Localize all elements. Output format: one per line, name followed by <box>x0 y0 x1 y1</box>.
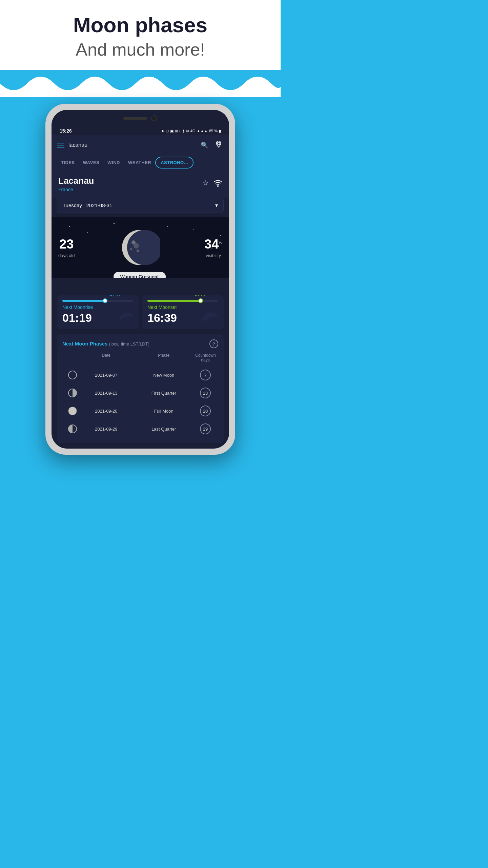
moonset-card: 01:13 Next Moonset 16:39 <box>142 295 224 329</box>
tab-wind[interactable]: WIND <box>103 155 124 170</box>
svg-point-6 <box>137 250 139 252</box>
location-country: France <box>58 187 94 192</box>
wifi-status-icon: ⊚ <box>186 129 189 133</box>
moon-content: 23 days old <box>58 227 222 268</box>
moonset-progress: 01:13 <box>147 300 218 302</box>
phases-header: Next Moon Phases (local time LST/LDT) ? <box>62 339 218 348</box>
phone-camera <box>151 115 157 121</box>
svg-point-1 <box>218 185 218 186</box>
nav-tabs: TIDES WAVES WIND WEATHER ASTRONO... <box>52 155 229 170</box>
tab-tides[interactable]: TIDES <box>57 155 79 170</box>
location-info: Lacanau France <box>58 176 94 192</box>
location-header: Lacanau France ☆ <box>52 170 229 198</box>
search-icon[interactable]: 🔍 <box>199 140 209 150</box>
hamburger-menu-icon[interactable] <box>57 143 64 147</box>
phone-speaker <box>123 117 147 120</box>
moonrise-progress: 09:53 <box>62 300 133 302</box>
first-quarter-icon <box>65 388 80 398</box>
phone-container: 15:26 ➤ ⊟ ▣ ⊞ • ⚷ ⊚ 4G ▲▲▲ 85 % ▮ <box>45 104 235 455</box>
last-quarter-date: 2021-09-29 <box>80 427 133 432</box>
svg-point-9 <box>68 371 77 379</box>
full-moon-name: Full Moon <box>133 409 195 414</box>
hamburger-line-3 <box>57 147 64 147</box>
new-moon-name: New Moon <box>133 373 195 378</box>
new-moon-date: 2021-09-07 <box>80 373 133 378</box>
last-quarter-countdown: 29 <box>195 423 216 434</box>
phase-row-new-moon: 2021-09-07 New Moon 7 <box>62 366 218 384</box>
last-quarter-badge: 29 <box>200 423 211 434</box>
phases-title: Next Moon Phases <box>62 341 107 347</box>
first-quarter-badge: 13 <box>200 388 211 398</box>
moonset-moon-icon <box>200 308 220 326</box>
location-pin-icon[interactable] <box>214 139 224 151</box>
page-header: Moon phases And much more! <box>0 0 281 70</box>
date-picker[interactable]: Tuesday 2021-08-31 ▾ <box>57 198 224 213</box>
location-name: Lacanau <box>58 176 94 186</box>
full-moon-countdown: 20 <box>195 406 216 416</box>
battery-icon: ▮ <box>219 129 221 133</box>
first-quarter-name: First Quarter <box>133 391 195 396</box>
moonrise-card: 09:53 Next Moonrise 01:19 <box>57 295 139 329</box>
wave-divider <box>0 70 281 97</box>
phase-row-first-quarter: 2021-09-13 First Quarter 13 <box>62 384 218 402</box>
photo-status-icon: ⊞ <box>175 129 178 133</box>
tab-waves[interactable]: WAVES <box>79 155 104 170</box>
favorite-star-icon[interactable]: ☆ <box>202 179 209 190</box>
tab-weather[interactable]: WEATHER <box>124 155 155 170</box>
col-phase-header: Phase <box>133 353 195 362</box>
app-header: 🔍 <box>52 135 229 155</box>
new-moon-badge: 7 <box>200 370 211 380</box>
svg-point-11 <box>68 407 77 415</box>
first-quarter-date: 2021-09-13 <box>80 391 133 396</box>
svg-point-7 <box>130 248 132 250</box>
col-icon-header <box>65 353 80 362</box>
chevron-down-icon: ▾ <box>215 202 218 209</box>
svg-point-8 <box>134 243 139 249</box>
message-status-icon: ⊟ <box>166 129 169 133</box>
rise-set-row: 09:53 Next Moonrise 01:19 01:13 <box>52 295 229 329</box>
last-quarter-icon <box>65 424 80 434</box>
phone-camera-dot <box>152 116 155 119</box>
moon-days-old-value: 23 <box>58 237 75 252</box>
moonrise-marker <box>103 298 107 303</box>
phone-camera-area <box>123 115 157 121</box>
phone-inner: 15:26 ➤ ⊟ ▣ ⊞ • ⚷ ⊚ 4G ▲▲▲ 85 % ▮ <box>52 110 229 449</box>
signal-status-icon: ▣ <box>170 129 174 133</box>
last-quarter-name: Last Quarter <box>133 427 195 432</box>
broadcast-icon[interactable] <box>214 179 222 190</box>
phases-subtitle: (local time LST/LDT) <box>109 341 149 347</box>
4g-status-icon: 4G <box>190 129 196 133</box>
location-actions: ☆ <box>202 179 222 190</box>
moonrise-moon-icon <box>115 308 135 326</box>
full-moon-icon <box>65 406 80 416</box>
battery-text: 85 % <box>209 129 218 133</box>
tab-astronomy[interactable]: ASTRONO... <box>155 157 194 169</box>
moon-visibility-stat: 34% visibility <box>204 237 222 258</box>
moonset-marker <box>198 298 203 303</box>
status-bar: 15:26 ➤ ⊟ ▣ ⊞ • ⚷ ⊚ 4G ▲▲▲ 85 % ▮ <box>52 127 229 135</box>
full-moon-date: 2021-09-20 <box>80 409 133 414</box>
first-quarter-countdown: 13 <box>195 388 216 398</box>
moon-phase-image: Waning Crescent <box>119 227 160 268</box>
new-moon-icon <box>65 370 80 380</box>
status-icons: ➤ ⊟ ▣ ⊞ • ⚷ ⊚ 4G ▲▲▲ 85 % ▮ <box>161 129 221 133</box>
help-button[interactable]: ? <box>209 339 218 348</box>
moon-days-old-label: days old <box>58 253 75 258</box>
page-title: Moon phases <box>7 14 274 37</box>
location-status-icon: ➤ <box>161 129 164 133</box>
phases-title-group: Next Moon Phases (local time LST/LDT) <box>62 341 149 347</box>
col-countdown-header: Countdown days <box>195 353 216 362</box>
svg-point-0 <box>217 142 220 145</box>
moonrise-progress-time: 09:53 <box>110 295 120 297</box>
key-status-icon: ⚷ <box>182 129 185 133</box>
phone-top-bar <box>52 110 229 127</box>
phases-table-header: Date Phase Countdown days <box>62 353 218 362</box>
phase-row-last-quarter: 2021-09-29 Last Quarter 29 <box>62 420 218 438</box>
phone-frame: 15:26 ➤ ⊟ ▣ ⊞ • ⚷ ⊚ 4G ▲▲▲ 85 % ▮ <box>45 104 235 455</box>
search-input[interactable] <box>68 142 195 148</box>
hamburger-line-2 <box>57 145 64 145</box>
moon-phases-section: Next Moon Phases (local time LST/LDT) ? … <box>57 334 224 443</box>
phase-row-full-moon: 2021-09-20 Full Moon 20 <box>62 402 218 420</box>
status-time: 15:26 <box>60 128 72 134</box>
moon-visibility-label: visibility <box>204 253 222 258</box>
